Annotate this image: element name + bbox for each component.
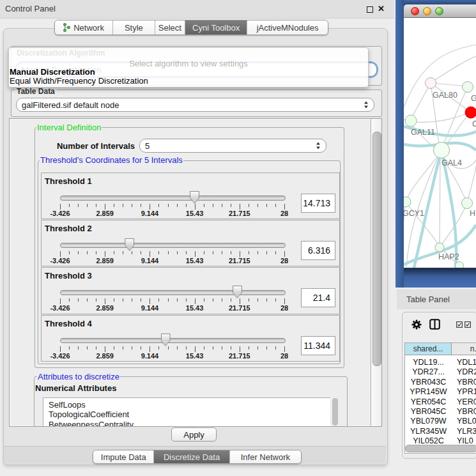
threshold-value-field[interactable]: 14.713 xyxy=(301,194,335,213)
slider-handle[interactable] xyxy=(190,191,199,204)
tick-label: 2.859 xyxy=(96,257,114,265)
attribute-list-item[interactable]: BetweennessCentrality xyxy=(49,420,134,427)
network-icon xyxy=(63,23,70,32)
tick-label: 15.43 xyxy=(186,304,204,312)
table-row[interactable]: YLR345WYLR3 xyxy=(405,427,476,436)
number-of-intervals-value: 5 xyxy=(145,139,150,152)
list-scrollbar-thumb[interactable] xyxy=(332,398,338,426)
node-GAL80[interactable] xyxy=(426,78,436,89)
node-GCY1[interactable] xyxy=(404,197,411,207)
slider-tick xyxy=(195,298,196,304)
slider-tick xyxy=(132,251,132,254)
table-data-label: Table Data xyxy=(15,87,57,96)
node-node[interactable] xyxy=(463,82,473,93)
minimize-traffic-light[interactable] xyxy=(423,7,431,15)
threshold-value-field[interactable]: 21.4 xyxy=(301,288,335,307)
tab-cyni-toolbox[interactable]: Cyni Toolbox xyxy=(185,20,247,35)
tick-label: -3.426 xyxy=(50,352,70,360)
slider-tick xyxy=(231,346,231,349)
tick-label: 21.715 xyxy=(229,257,250,265)
tick-label: 2.859 xyxy=(96,304,114,312)
tab-impute-data[interactable]: Impute Data xyxy=(93,450,153,463)
slider-tick xyxy=(141,204,141,207)
slider-tick xyxy=(132,298,132,302)
network-window-titlebar xyxy=(404,4,476,18)
checkbox-icons[interactable] xyxy=(456,321,472,328)
slider-track[interactable] xyxy=(60,243,286,248)
slider-tick xyxy=(60,251,61,257)
slider-handle[interactable] xyxy=(161,334,171,346)
slider-handle[interactable] xyxy=(233,286,242,298)
node-HAP2[interactable] xyxy=(435,243,444,252)
node-node[interactable] xyxy=(462,198,473,209)
tab-jactivemnodules[interactable]: jActiveMNodules xyxy=(247,20,328,35)
node-GAL11[interactable] xyxy=(405,115,417,127)
threshold-value-field[interactable]: 11.344 xyxy=(301,336,335,355)
close-icon[interactable]: ✕ xyxy=(378,3,385,15)
table-row[interactable]: YBR043CYBR0 xyxy=(405,378,476,387)
slider-tick xyxy=(96,251,96,254)
tick-label: 21.715 xyxy=(229,210,250,217)
cell-shared-name: YPR145W xyxy=(405,387,452,396)
float-window-icon[interactable] xyxy=(367,6,373,13)
split-columns-icon[interactable] xyxy=(429,319,440,330)
algorithm-dropdown-popup: Select algorithm to view settings Manual… xyxy=(8,47,369,88)
slider-track[interactable] xyxy=(60,196,286,201)
apply-button[interactable]: Apply xyxy=(171,427,217,441)
number-of-intervals-spinner[interactable]: 5 xyxy=(139,139,326,153)
tick-label: 2.859 xyxy=(96,210,114,217)
popup-option-manual[interactable]: Manual Discretization xyxy=(10,67,95,77)
node-selected-node[interactable] xyxy=(465,107,476,118)
table-row[interactable]: YPR145WYPR1 xyxy=(405,387,476,397)
column-header-shared-name[interactable]: shared... xyxy=(405,343,452,355)
slider-tick xyxy=(87,346,88,349)
slider-track[interactable] xyxy=(60,338,286,343)
node-GAL4[interactable] xyxy=(434,142,450,158)
edge[interactable] xyxy=(410,112,470,122)
table-row[interactable]: YBL079WYBL0 xyxy=(405,417,476,426)
slider-handle[interactable] xyxy=(125,238,134,251)
table-row[interactable]: YER054CYER0 xyxy=(405,397,476,407)
control-panel-tabs: NetworkStyleSelectCyni ToolboxjActiveMNo… xyxy=(54,20,328,35)
column-header-name[interactable]: n... xyxy=(452,343,476,355)
table-hscrollbar-thumb[interactable] xyxy=(405,445,476,452)
tab-network[interactable]: Network xyxy=(55,20,112,35)
numerical-attributes-list[interactable]: SelfLoopsTopologicalCoefficientBetweenne… xyxy=(43,397,330,427)
slider-tick xyxy=(249,251,249,254)
table-data-combobox[interactable]: galFiltered.sif default node xyxy=(16,98,374,112)
slider-track[interactable] xyxy=(60,290,286,295)
slider-tick xyxy=(284,204,285,210)
gear-icon[interactable] xyxy=(411,319,422,330)
cell-name: YLR3 xyxy=(457,427,476,436)
slider-tick xyxy=(141,251,141,254)
close-traffic-light[interactable] xyxy=(411,7,419,15)
vertical-scrollbar-thumb[interactable] xyxy=(372,132,381,366)
tab-infer-network[interactable]: Infer Network xyxy=(229,450,301,463)
node-label: GAL4 xyxy=(441,158,462,167)
popup-option-equal-width[interactable]: Equal Width/Frequency Discretization xyxy=(10,76,148,86)
tab-select[interactable]: Select xyxy=(155,20,185,35)
edge[interactable] xyxy=(431,56,476,83)
tab-style[interactable]: Style xyxy=(112,20,154,35)
slider-tick xyxy=(60,346,61,352)
zoom-traffic-light[interactable] xyxy=(435,7,443,15)
attribute-list-item[interactable]: SelfLoops xyxy=(49,400,86,410)
edge[interactable] xyxy=(440,153,440,247)
table-row[interactable]: YDL19...YDL1 xyxy=(405,358,476,367)
slider-tick xyxy=(204,204,204,207)
bottom-tabs: Impute DataDiscretize DataInfer Network xyxy=(93,450,302,464)
tab-discretize-data[interactable]: Discretize Data xyxy=(153,450,229,463)
cell-shared-name: YBL079W xyxy=(405,417,452,426)
threshold-value-field[interactable]: 6.316 xyxy=(301,241,335,260)
slider-tick xyxy=(257,346,258,349)
threshold-label: Threshold 2 xyxy=(45,224,92,233)
slider-tick xyxy=(275,251,276,254)
table-row[interactable]: YBR045CYBR0 xyxy=(405,407,476,417)
table-data-combobox-value: galFiltered.sif default node xyxy=(22,98,119,111)
node-node[interactable] xyxy=(456,262,464,268)
attribute-list-item[interactable]: TopologicalCoefficient xyxy=(49,410,129,419)
node-table: shared...n...YDL19...YDL1YDR27...YDR2YBR… xyxy=(404,342,476,454)
slider-tick xyxy=(195,346,196,352)
slider-tick xyxy=(222,204,222,207)
table-row[interactable]: YDR27...YDR2 xyxy=(405,367,476,377)
